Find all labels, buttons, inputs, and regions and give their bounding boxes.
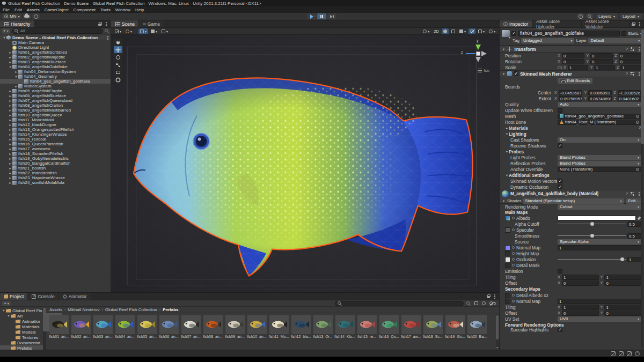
lighting-foldout[interactable]: ▼Lighting [500, 131, 644, 137]
add-asset-button[interactable]: +▾ [2, 301, 11, 306]
active-checkbox[interactable] [511, 31, 516, 36]
hierarchy-item-fish23-napoleonwrasse[interactable]: ►fish23_NapoleonWrasse [0, 175, 111, 180]
normal-map-scale-field[interactable]: 1 [558, 245, 641, 250]
rotation-y-field[interactable]: 0 [590, 59, 613, 64]
probes-foldout[interactable]: ▼Probes [500, 149, 644, 154]
rendering-mode-dropdown[interactable]: Cutout [558, 204, 641, 210]
foldout-arrow-icon[interactable]: ► [8, 123, 12, 127]
albedo-color-swatch[interactable] [558, 216, 636, 220]
asset-fish03-an[interactable]: fish03_an... [92, 315, 113, 338]
asset-fish08-an[interactable]: fish08_an... [202, 315, 223, 338]
tiling2-x-field[interactable]: 1 [562, 305, 599, 310]
offset2-x-field[interactable]: 0 [562, 311, 599, 316]
asset-fish12-bla[interactable]: fish12_bla... [290, 315, 311, 338]
asset-thumbnail[interactable] [93, 315, 113, 334]
foldout-arrow-icon[interactable]: ► [8, 138, 12, 141]
foldout-arrow-icon[interactable]: ► [8, 90, 12, 93]
favorites-button[interactable] [481, 301, 487, 305]
undo-history-button[interactable] [577, 13, 584, 19]
component-menu-icon[interactable] [638, 191, 640, 196]
menu-help[interactable]: Help [135, 8, 144, 12]
rotate-tool-button[interactable] [114, 54, 122, 61]
static-checkbox[interactable] [621, 31, 626, 36]
hand-tool-button[interactable] [114, 39, 122, 46]
hierarchy-item-fish09-angelfishmultibarred[interactable]: ►fish09_angelfishMultibarred [0, 108, 111, 113]
grid-scrollbar[interactable]: ▼ [496, 314, 499, 349]
extent-z-field[interactable]: 0.0401602 [618, 96, 641, 101]
gizmos-dropdown[interactable]: ▾ [487, 28, 497, 34]
move-tool-button[interactable] [114, 46, 122, 53]
asset-thumbnail[interactable] [159, 315, 179, 334]
y-axis-cone[interactable] [475, 45, 481, 50]
asset-thumbnail[interactable] [71, 315, 91, 334]
search-by-type-button[interactable] [465, 301, 472, 306]
shader-edit-button[interactable]: Edit... [626, 198, 642, 204]
breadcrumb-mikhail-nesterov[interactable]: Mikhail Nesterov [68, 307, 99, 312]
asset-thumbnail[interactable] [203, 315, 223, 334]
transform-component-header[interactable]: ▼ Transform ? [500, 46, 644, 53]
gameobject-icon[interactable] [502, 30, 510, 37]
search-by-label-button[interactable] [473, 301, 479, 305]
hierarchy-item-fish24-sunfishmolamola[interactable]: ►fish24_sunfishMolaMola [0, 180, 111, 185]
offset-x-field[interactable]: 0 [562, 280, 599, 286]
help-icon[interactable]: ? [626, 191, 628, 196]
rotation-z-field[interactable]: 0 [619, 59, 641, 64]
draw-mode-dropdown[interactable]: ▾ [113, 28, 123, 34]
asset-thumbnail[interactable] [357, 315, 377, 334]
additional-settings-foldout[interactable]: ▼Additional Settings [500, 172, 644, 178]
cloud-button[interactable] [23, 13, 31, 19]
foldout-arrow-icon[interactable]: ► [8, 147, 12, 151]
position-z-field[interactable]: 0 [619, 53, 641, 58]
hierarchy-item-motionsystem[interactable]: ►MotionSystem [0, 84, 111, 88]
z-axis-line[interactable] [466, 53, 475, 54]
folder-materials[interactable]: Materials [0, 324, 46, 329]
tab-hierarchy[interactable]: Hierarchy [0, 20, 34, 27]
hierarchy-item-fish11-moorishidol[interactable]: ►fish11_MoorishIdol [0, 117, 111, 122]
foldout-arrow-icon[interactable]: ► [8, 181, 12, 184]
preset-icon[interactable] [630, 47, 634, 51]
smr-component-header[interactable]: ▼ Skinned Mesh Renderer ? [500, 70, 644, 77]
gizmo-center-cube[interactable] [476, 51, 480, 56]
lock-icon[interactable] [487, 294, 491, 299]
foldout-arrow-icon[interactable]: ► [8, 128, 12, 131]
material-header[interactable]: M_angelfish_04_goldflake_body (Material)… [500, 190, 644, 204]
asset-fish20-ba[interactable]: fish20_Ba... [466, 315, 487, 338]
foldout-arrow-icon[interactable]: ► [8, 104, 12, 107]
tab-console[interactable]: Console [28, 293, 58, 300]
smoothness-slider[interactable] [558, 233, 626, 239]
asset-thumbnail[interactable] [423, 315, 443, 334]
asset-thumbnail[interactable] [313, 315, 333, 334]
gameobject-name-field[interactable]: fish04_geo_angelfish_goldflake [518, 31, 620, 36]
hierarchy-item-fish16-queenparrotfish[interactable]: ►fish16_QueenParrotfish [0, 142, 111, 146]
texture-target-icon[interactable] [512, 246, 515, 249]
down-axis-cone[interactable] [475, 57, 481, 62]
scale-y-field[interactable]: 1 [594, 65, 615, 70]
asset-thumbnail[interactable] [49, 315, 69, 334]
foldout-arrow-icon[interactable]: ▼ [8, 65, 12, 69]
scene-viewport[interactable]: y z Iso [111, 35, 499, 292]
lock-icon[interactable] [632, 22, 635, 26]
anchor-override-field[interactable]: None (Transform) [558, 167, 641, 172]
detail-mask-thumb[interactable] [505, 263, 510, 268]
rotation-x-field[interactable]: 0 [562, 59, 584, 64]
hierarchy-search-input[interactable]: All [12, 28, 103, 34]
asset-fish17-aw[interactable]: fish17_aw... [400, 315, 421, 338]
scale-x-field[interactable]: 1 [568, 65, 589, 70]
folder-models[interactable]: Models [0, 329, 46, 335]
foldout-arrow-icon[interactable]: ► [8, 61, 12, 64]
grid-visibility-dropdown[interactable]: ▾ [138, 28, 148, 34]
hierarchy-item-directional-light[interactable]: Directional Light [0, 45, 111, 50]
step-button[interactable] [327, 13, 336, 19]
effects-dropdown[interactable]: ▾ [458, 28, 467, 34]
preset-icon[interactable] [630, 192, 634, 196]
skybox-dropdown[interactable]: ▾ [124, 28, 134, 34]
source-dropdown[interactable]: Specular Alpha [558, 239, 641, 245]
folder-textures[interactable]: Textures [0, 335, 46, 340]
quality-dropdown[interactable]: Auto [558, 102, 641, 107]
menu-edit[interactable]: Edit [14, 8, 22, 12]
offset-y-field[interactable]: 0 [604, 280, 641, 286]
asset-fish04-an[interactable]: fish04_an... [114, 315, 135, 338]
asset-fish13-or[interactable]: fish13_Or... [312, 315, 333, 338]
secondary-normal-thumb[interactable] [505, 299, 510, 304]
foldout-arrow-icon[interactable]: ► [8, 94, 12, 98]
